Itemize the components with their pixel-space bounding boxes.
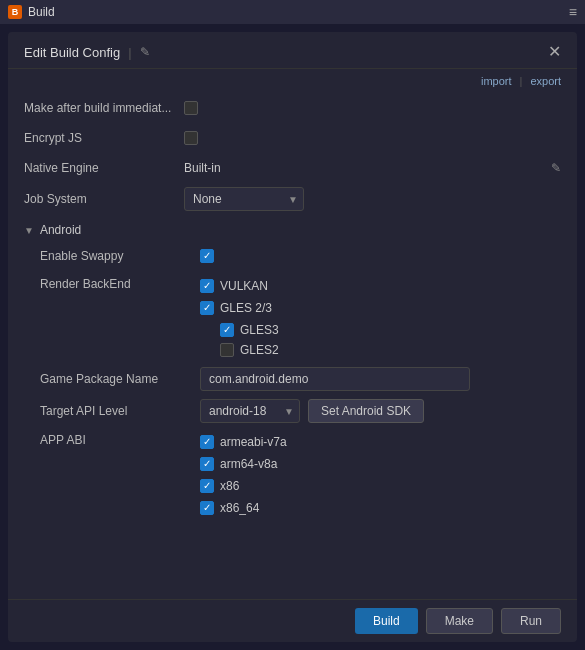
native-engine-row: Native Engine Built-in ✎ bbox=[24, 153, 561, 183]
android-section-header[interactable]: ▼ Android bbox=[24, 215, 561, 241]
enable-swappy-label: Enable Swappy bbox=[40, 249, 200, 263]
app-icon: B bbox=[8, 5, 22, 19]
job-system-select[interactable]: None TBB TaskFlow bbox=[184, 187, 304, 211]
android-section-content: Enable Swappy Render BackEnd VULKAN bbox=[24, 241, 561, 521]
make-button[interactable]: Make bbox=[426, 608, 493, 634]
set-android-sdk-button[interactable]: Set Android SDK bbox=[308, 399, 424, 423]
arm64-v8a-label: arm64-v8a bbox=[220, 457, 277, 471]
gles3-label: GLES3 bbox=[240, 323, 279, 337]
x86-64-checkbox[interactable] bbox=[200, 501, 214, 515]
bottom-toolbar: Build Make Run bbox=[8, 599, 577, 642]
encrypt-js-label: Encrypt JS bbox=[24, 131, 184, 145]
native-engine-label: Native Engine bbox=[24, 161, 184, 175]
gles-sub-section: GLES3 GLES2 bbox=[200, 321, 279, 359]
game-package-name-row: Game Package Name bbox=[40, 363, 561, 395]
vulkan-checkbox[interactable] bbox=[200, 279, 214, 293]
gles2-label: GLES2 bbox=[240, 343, 279, 357]
vulkan-label: VULKAN bbox=[220, 279, 268, 293]
gles3-checkbox[interactable] bbox=[220, 323, 234, 337]
android-arrow-icon: ▼ bbox=[24, 225, 34, 236]
target-api-level-row: Target API Level android-18 android-19 a… bbox=[40, 395, 561, 427]
dialog-header: Edit Build Config | ✎ ✕ bbox=[8, 32, 577, 69]
run-button[interactable]: Run bbox=[501, 608, 561, 634]
gles2-row: GLES2 bbox=[220, 341, 279, 359]
make-after-build-checkbox[interactable] bbox=[184, 101, 198, 115]
target-api-level-label: Target API Level bbox=[40, 404, 200, 418]
job-system-label: Job System bbox=[24, 192, 184, 206]
gles23-checkbox[interactable] bbox=[200, 301, 214, 315]
encrypt-js-row: Encrypt JS bbox=[24, 123, 561, 153]
gles2-checkbox[interactable] bbox=[220, 343, 234, 357]
make-after-build-row: Make after build immediat... bbox=[24, 93, 561, 123]
gles23-label: GLES 2/3 bbox=[220, 301, 272, 315]
armeabi-v7a-checkbox[interactable] bbox=[200, 435, 214, 449]
game-package-name-label: Game Package Name bbox=[40, 372, 200, 386]
main-container: Edit Build Config | ✎ ✕ import | export … bbox=[8, 32, 577, 642]
x86-label: x86 bbox=[220, 479, 239, 493]
armeabi-v7a-row: armeabi-v7a bbox=[200, 433, 287, 451]
app-abi-label: APP ABI bbox=[40, 433, 200, 447]
x86-row: x86 bbox=[200, 477, 239, 495]
title-bar: B Build ≡ bbox=[0, 0, 585, 24]
android-section-label: Android bbox=[40, 223, 81, 237]
gles3-row: GLES3 bbox=[220, 321, 279, 339]
menu-icon[interactable]: ≡ bbox=[569, 4, 577, 20]
x86-checkbox[interactable] bbox=[200, 479, 214, 493]
dialog-title-text: Edit Build Config bbox=[24, 45, 120, 60]
vulkan-row: VULKAN bbox=[200, 277, 268, 295]
make-after-build-label: Make after build immediat... bbox=[24, 101, 184, 115]
title-edit-icon[interactable]: ✎ bbox=[140, 45, 150, 59]
gles23-row: GLES 2/3 bbox=[200, 299, 272, 317]
import-export-bar: import | export bbox=[8, 69, 577, 93]
render-backend-label: Render BackEnd bbox=[40, 277, 200, 291]
arm64-v8a-checkbox[interactable] bbox=[200, 457, 214, 471]
job-system-row: Job System None TBB TaskFlow ▼ bbox=[24, 183, 561, 215]
game-package-name-input[interactable] bbox=[200, 367, 470, 391]
export-link[interactable]: export bbox=[530, 75, 561, 87]
target-api-level-select[interactable]: android-18 android-19 android-21 android… bbox=[200, 399, 300, 423]
arm64-v8a-row: arm64-v8a bbox=[200, 455, 277, 473]
native-engine-edit-icon[interactable]: ✎ bbox=[551, 161, 561, 175]
armeabi-v7a-label: armeabi-v7a bbox=[220, 435, 287, 449]
enable-swappy-row: Enable Swappy bbox=[40, 241, 561, 271]
encrypt-js-checkbox[interactable] bbox=[184, 131, 198, 145]
x86-64-label: x86_64 bbox=[220, 501, 259, 515]
render-backend-row: Render BackEnd VULKAN GLES 2/3 bbox=[40, 271, 561, 363]
close-button[interactable]: ✕ bbox=[548, 44, 561, 60]
dialog-title: Edit Build Config | ✎ bbox=[24, 45, 150, 60]
import-link[interactable]: import bbox=[481, 75, 512, 87]
enable-swappy-checkbox[interactable] bbox=[200, 249, 214, 263]
native-engine-value: Built-in bbox=[184, 161, 221, 175]
app-abi-row: APP ABI armeabi-v7a arm64-v8a x86 bbox=[40, 427, 561, 521]
build-button[interactable]: Build bbox=[355, 608, 418, 634]
form-content: Make after build immediat... Encrypt JS … bbox=[8, 93, 577, 599]
title-bar-text: Build bbox=[28, 5, 55, 19]
x86-64-row: x86_64 bbox=[200, 499, 259, 517]
